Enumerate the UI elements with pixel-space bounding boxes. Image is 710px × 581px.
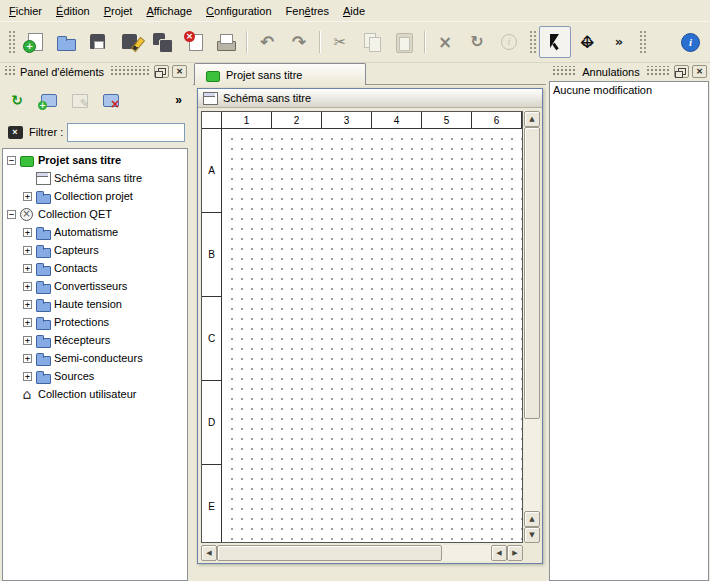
dock-grip[interactable]	[645, 66, 671, 77]
edit-element-button[interactable]	[65, 86, 93, 114]
toolbar-grip[interactable]	[7, 29, 15, 55]
scroll-left-button[interactable]: ◀	[201, 545, 217, 561]
elements-panel-titlebar[interactable]: Panel d'éléments ×	[0, 63, 190, 80]
copy-icon	[361, 31, 383, 53]
scroll-down-button[interactable]: ▼	[524, 527, 540, 543]
ruler-column: 4	[372, 112, 422, 128]
paste-button[interactable]	[388, 26, 420, 58]
element-info-button[interactable]	[493, 26, 525, 58]
tree-item-semi-conducteurs[interactable]: Semi-conducteurs	[3, 349, 187, 367]
filter-input[interactable]	[67, 123, 185, 142]
ruler-column: 1	[222, 112, 272, 128]
tree-item-sources[interactable]: Sources	[3, 367, 187, 385]
expander-icon[interactable]	[7, 210, 16, 219]
tree-item-capteurs[interactable]: Capteurs	[3, 241, 187, 259]
delete-element-button[interactable]	[96, 86, 124, 114]
toolbar-overflow-button[interactable]: »	[603, 26, 635, 58]
tab-projet-sans-titre[interactable]: Projet sans titre	[194, 63, 366, 85]
close-file-button[interactable]	[178, 26, 210, 58]
float-panel-button[interactable]	[154, 65, 169, 78]
horizontal-scrollbar[interactable]: ◀ ◀ ▶	[201, 545, 523, 561]
panel-overflow-button[interactable]: »	[170, 89, 187, 111]
vertical-scroll-track[interactable]	[524, 127, 540, 511]
reload-collections-button[interactable]: ↻	[3, 86, 31, 114]
clear-filter-button[interactable]	[5, 123, 25, 141]
scroll-up-button[interactable]: ▲	[524, 111, 540, 127]
delete-button[interactable]: ×	[429, 26, 461, 58]
dock-grip[interactable]	[109, 66, 151, 77]
cut-button[interactable]: ✂	[324, 26, 356, 58]
dock-grip[interactable]	[551, 66, 577, 77]
menu-configuration[interactable]: Configuration	[199, 0, 278, 21]
about-icon	[679, 31, 701, 53]
open-file-button[interactable]	[50, 26, 82, 58]
close-icon: ×	[696, 67, 704, 76]
expander-icon[interactable]	[23, 192, 32, 201]
undo-button[interactable]: ↶	[251, 26, 283, 58]
menu-projet[interactable]: Projet	[97, 0, 140, 21]
vertical-scrollbar[interactable]: ▲ ▲ ▼	[524, 111, 540, 543]
tree-item-collection-qet[interactable]: Collection QET	[3, 205, 187, 223]
scroll-right-button[interactable]: ▶	[507, 545, 523, 561]
menu-aide[interactable]: Aide	[336, 0, 372, 21]
schema-window-titlebar[interactable]: Schéma sans titre	[198, 89, 542, 108]
menu-fichier[interactable]: Fichier	[2, 0, 49, 21]
scroll-left-button-2[interactable]: ◀	[491, 545, 507, 561]
folder-icon	[35, 225, 51, 239]
expander-icon[interactable]	[23, 282, 32, 291]
menu-affichage[interactable]: Affichage	[139, 0, 199, 21]
menu-edition[interactable]: Édition	[49, 0, 97, 21]
scroll-up-button-2[interactable]: ▲	[524, 511, 540, 527]
new-file-button[interactable]	[18, 26, 50, 58]
expander-icon[interactable]	[23, 246, 32, 255]
schema-grid[interactable]	[223, 130, 522, 542]
menu-fenetres[interactable]: Fenêtres	[279, 0, 336, 21]
pan-mode-button[interactable]	[571, 26, 603, 58]
expander-icon[interactable]	[23, 300, 32, 309]
ruler-corner	[202, 112, 222, 129]
undo-panel-titlebar[interactable]: Annulations ×	[548, 63, 710, 80]
tree-item-collection-utilisateur[interactable]: Collection utilisateur	[3, 385, 187, 403]
save-file-button[interactable]	[82, 26, 114, 58]
horizontal-scroll-thumb[interactable]	[217, 545, 442, 561]
tree-item-contacts[interactable]: Contacts	[3, 259, 187, 277]
tree-item-projet-sans-titre[interactable]: Projet sans titre	[3, 151, 187, 169]
redo-button[interactable]: ↷	[283, 26, 315, 58]
tree-item-recepteurs[interactable]: Récepteurs	[3, 331, 187, 349]
new-element-button[interactable]	[34, 86, 62, 114]
close-panel-button[interactable]: ×	[172, 65, 187, 78]
float-panel-button[interactable]	[674, 65, 689, 78]
tree-item-convertisseurs[interactable]: Convertisseurs	[3, 277, 187, 295]
schema-view[interactable]: 123456 ABCDE	[201, 111, 523, 543]
undo-list[interactable]: Aucune modification	[549, 81, 709, 581]
expander-icon[interactable]	[23, 318, 32, 327]
dock-grip[interactable]	[3, 66, 15, 77]
toolbar-separator	[242, 28, 251, 56]
tree-item-schema-sans-titre[interactable]: Schéma sans titre	[3, 169, 187, 187]
expander-icon[interactable]	[23, 354, 32, 363]
elements-panel-title: Panel d'éléments	[18, 66, 106, 78]
close-panel-button[interactable]: ×	[692, 65, 707, 78]
ruler-row: A	[202, 129, 221, 213]
copy-button[interactable]	[356, 26, 388, 58]
about-qet-button[interactable]	[674, 26, 706, 58]
select-mode-button[interactable]	[539, 26, 571, 58]
toolbar-grip[interactable]	[638, 29, 646, 55]
vertical-scroll-thumb[interactable]	[524, 127, 540, 419]
expander-icon[interactable]	[7, 156, 16, 165]
tree-item-protections[interactable]: Protections	[3, 313, 187, 331]
expander-icon[interactable]	[23, 336, 32, 345]
toolbar-grip[interactable]	[528, 29, 536, 55]
tree-item-collection-projet[interactable]: Collection projet	[3, 187, 187, 205]
expander-icon[interactable]	[23, 264, 32, 273]
tree-item-haute-tension[interactable]: Haute tension	[3, 295, 187, 313]
save-all-button[interactable]	[146, 26, 178, 58]
save-file-as-button[interactable]	[114, 26, 146, 58]
rotate-button[interactable]: ↻	[461, 26, 493, 58]
horizontal-scroll-track[interactable]	[217, 545, 491, 561]
print-button[interactable]	[210, 26, 242, 58]
tree-item-automatisme[interactable]: Automatisme	[3, 223, 187, 241]
expander-icon[interactable]	[23, 228, 32, 237]
tab-label: Projet sans titre	[226, 69, 302, 81]
expander-icon[interactable]	[23, 372, 32, 381]
